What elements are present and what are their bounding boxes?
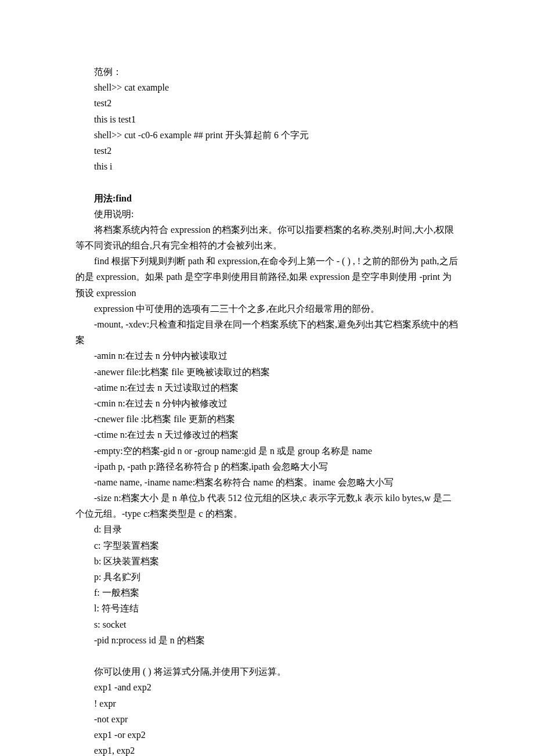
text-line: exp1 -or exp2 bbox=[75, 727, 459, 743]
text-line: f: 一般档案 bbox=[75, 585, 459, 600]
text-line: -ipath p, -path p:路径名称符合 p 的档案,ipath 会忽略… bbox=[75, 459, 459, 474]
text-paragraph: -mount, -xdev:只检查和指定目录在同一个档案系统下的档案,避免列出其… bbox=[75, 316, 459, 348]
blank-line bbox=[75, 648, 459, 664]
text-line: -amin n:在过去 n 分钟内被读取过 bbox=[75, 348, 459, 363]
text-paragraph: 将档案系统内符合 expression 的档案列出来。你可以指要档案的名称,类别… bbox=[75, 222, 459, 253]
text-line: -cnewer file :比档案 file 更新的档案 bbox=[75, 411, 459, 427]
text-line: this i bbox=[75, 159, 459, 174]
text-line: -ctime n:在过去 n 天过修改过的档案 bbox=[75, 427, 459, 442]
text-line: this is test1 bbox=[75, 111, 459, 127]
text-line: d: 目录 bbox=[75, 521, 459, 537]
text-paragraph: -size n:档案大小 是 n 单位,b 代表 512 位元组的区块,c 表示… bbox=[75, 490, 459, 521]
text-line: b: 区块装置档案 bbox=[75, 553, 459, 569]
text-line: -anewer file:比档案 file 更晚被读取过的档案 bbox=[75, 364, 459, 380]
document-page: 范例： shell>> cat example test2 this is te… bbox=[0, 0, 534, 756]
text-line: exp1 -and exp2 bbox=[75, 679, 459, 695]
text-line: 使用说明: bbox=[75, 206, 459, 222]
text-line: s: socket bbox=[75, 617, 459, 632]
blank-line bbox=[75, 174, 459, 190]
text-line: -empty:空的档案-gid n or -group name:gid 是 n… bbox=[75, 443, 459, 459]
text-line: -not expr bbox=[75, 711, 459, 727]
text-line: 范例： bbox=[75, 64, 459, 80]
text-line: -cmin n:在过去 n 分钟内被修改过 bbox=[75, 395, 459, 411]
text-line: test2 bbox=[75, 95, 459, 111]
text-line: exp1, exp2 bbox=[75, 743, 459, 756]
text-line: expression 中可使用的选项有二三十个之多,在此只介绍最常用的部份。 bbox=[75, 301, 459, 316]
text-line: c: 字型装置档案 bbox=[75, 538, 459, 553]
section-heading: 用法:find bbox=[75, 190, 459, 206]
text-line: -pid n:process id 是 n 的档案 bbox=[75, 632, 459, 648]
text-line: test2 bbox=[75, 143, 459, 159]
text-line: p: 具名贮列 bbox=[75, 569, 459, 585]
text-line: shell>> cut -c0-6 example ## print 开头算起前… bbox=[75, 127, 459, 143]
text-line: l: 符号连结 bbox=[75, 600, 459, 616]
text-line: 你可以使用 ( ) 将运算式分隔,并使用下列运算。 bbox=[75, 664, 459, 679]
text-line: shell>> cat example bbox=[75, 80, 459, 95]
text-paragraph: find 根据下列规则判断 path 和 expression,在命令列上第一个… bbox=[75, 253, 459, 301]
text-line: -name name, -iname name:档案名称符合 name 的档案。… bbox=[75, 474, 459, 490]
text-line: -atime n:在过去 n 天过读取过的档案 bbox=[75, 380, 459, 395]
text-line: ! expr bbox=[75, 696, 459, 711]
